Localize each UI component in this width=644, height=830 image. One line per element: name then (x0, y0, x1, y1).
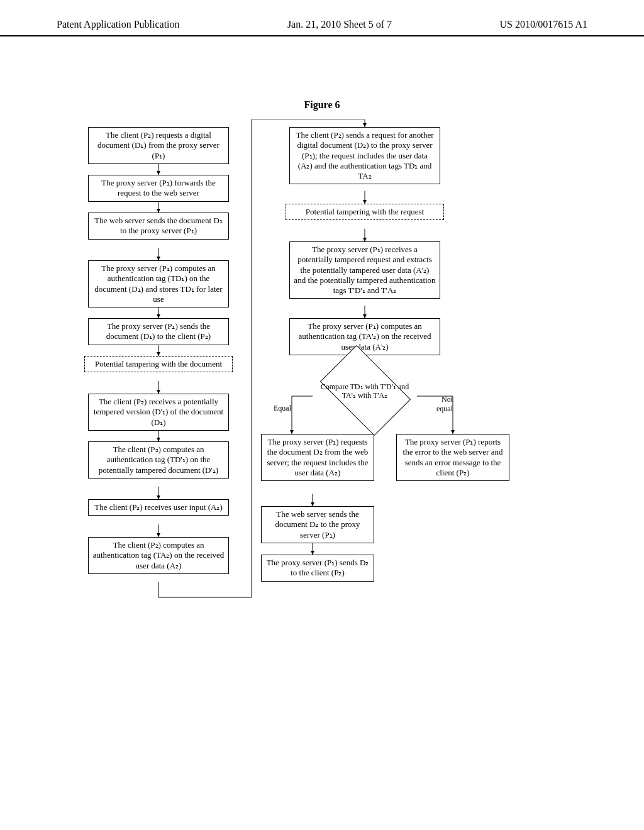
label-not-equal: Not equal (428, 395, 453, 414)
header-left: Patent Application Publication (57, 19, 180, 30)
step-tamper-request: Potential tampering with the request (286, 204, 444, 220)
step-webserver-sends-d1: The web server sends the document D₁ to … (88, 213, 229, 240)
step-client-requests: The client (P₂) requests a digital docum… (88, 127, 229, 164)
step-tamper-document: Potential tampering with the document (84, 356, 233, 372)
step-client-computes-ta2: The client (P₂) computes an authenticati… (88, 537, 229, 574)
step-client-user-input: The client (P₂) receives user input (A₂) (88, 499, 229, 516)
step-proxy-forwards: The proxy server (P₁) forwards the reque… (88, 175, 229, 202)
step-proxy-computes-ta2p: The proxy server (P₁) computes an authen… (289, 318, 440, 355)
header-center: Jan. 21, 2010 Sheet 5 of 7 (287, 19, 392, 30)
header-right: US 2010/0017615 A1 (499, 19, 587, 30)
step-client-receives-tampered: The client (P₂) receives a potentially t… (88, 394, 229, 431)
decision-compare: Compare TD₁ with T'D'₁ and TA'₂ with T'A… (314, 371, 415, 421)
label-equal: Equal (274, 404, 291, 413)
step-proxy-reports-error: The proxy server (P₁) reports the error … (396, 434, 509, 481)
step-client-computes-td1p: The client (P₂) computes an authenticati… (88, 441, 229, 479)
figure-title: Figure 6 (0, 99, 644, 111)
step-proxy-sends-d1: The proxy server (P₁) sends the document… (88, 318, 229, 345)
decision-text: Compare TD₁ with T'D'₁ and TA'₂ with T'A… (314, 382, 415, 401)
step-webserver-sends-d2: The web server sends the document D₂ to … (261, 506, 374, 543)
step-proxy-sends-d2: The proxy server (P₁) sends D₂ to the cl… (261, 555, 374, 582)
flowchart-canvas: The client (P₂) requests a digital docum… (0, 119, 644, 773)
page-header: Patent Application Publication Jan. 21, … (0, 0, 644, 36)
step-client-sends-request-d2: The client (P₂) sends a request for anot… (289, 127, 440, 184)
step-proxy-requests-d2: The proxy server (P₁) requests the docum… (261, 434, 374, 481)
step-proxy-receives-tampered: The proxy server (P₁) receives a potenti… (289, 241, 440, 299)
step-proxy-computes-td1: The proxy server (P₁) computes an authen… (88, 260, 229, 307)
